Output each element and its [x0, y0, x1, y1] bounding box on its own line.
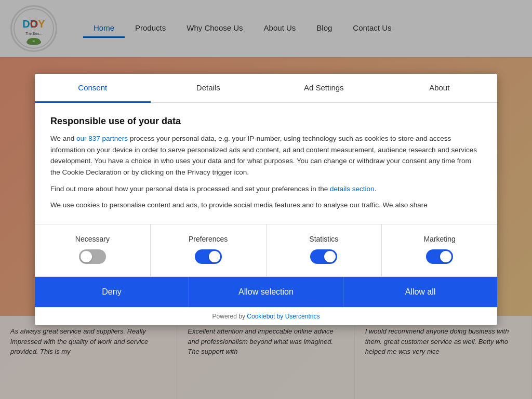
powered-by-text: Powered by: [212, 313, 245, 320]
consent-body: We and our 837 partners process your per…: [50, 133, 482, 178]
toggle-statistics-switch[interactable]: [310, 249, 337, 264]
consent-buttons: Deny Allow selection Allow all: [35, 276, 497, 307]
toggle-marketing: Marketing: [382, 224, 497, 276]
toggle-marketing-label: Marketing: [390, 235, 489, 243]
cookiebot-link[interactable]: Cookiebot by Usercentrics: [247, 313, 320, 320]
consent-dialog: Consent Details Ad Settings About Respon…: [35, 74, 497, 325]
tab-details[interactable]: Details: [151, 74, 267, 103]
toggle-marketing-slider: [426, 249, 453, 264]
consent-overlay: Consent Details Ad Settings About Respon…: [0, 0, 532, 399]
tab-ad-settings[interactable]: Ad Settings: [266, 74, 382, 103]
consent-content-area: Responsible use of your data We and our …: [35, 103, 497, 224]
partners-link[interactable]: our 837 partners: [76, 135, 128, 142]
toggle-preferences-switch[interactable]: [195, 249, 222, 264]
toggle-necessary-label: Necessary: [43, 235, 142, 243]
deny-button[interactable]: Deny: [35, 277, 189, 307]
toggle-statistics: Statistics: [267, 224, 382, 276]
find-more-text: Find out more about how your personal da…: [50, 185, 328, 193]
tab-about[interactable]: About: [382, 74, 498, 103]
toggle-necessary: Necessary: [35, 224, 151, 276]
toggle-preferences-slider: [195, 249, 222, 264]
consent-tabs: Consent Details Ad Settings About: [35, 74, 497, 103]
toggle-statistics-slider: [310, 249, 337, 264]
powered-by: Powered by Cookiebot by Usercentrics: [35, 307, 497, 325]
consent-intro: We and: [50, 135, 74, 142]
toggles-row: Necessary Preferences Statistics Marketi…: [35, 224, 497, 276]
details-section-link[interactable]: details section: [330, 185, 375, 193]
toggle-preferences: Preferences: [151, 224, 267, 276]
toggle-preferences-label: Preferences: [158, 235, 258, 243]
toggle-marketing-switch[interactable]: [426, 249, 453, 264]
consent-find-more: Find out more about how your personal da…: [50, 183, 482, 195]
consent-faded-text: We use cookies to personalise content an…: [50, 200, 482, 211]
toggle-necessary-slider: [79, 249, 106, 264]
allow-all-button[interactable]: Allow all: [343, 277, 497, 307]
tab-consent[interactable]: Consent: [35, 74, 151, 103]
toggle-necessary-switch[interactable]: [79, 249, 106, 264]
toggle-statistics-label: Statistics: [274, 235, 374, 243]
consent-title: Responsible use of your data: [50, 116, 482, 127]
allow-selection-button[interactable]: Allow selection: [189, 277, 343, 307]
